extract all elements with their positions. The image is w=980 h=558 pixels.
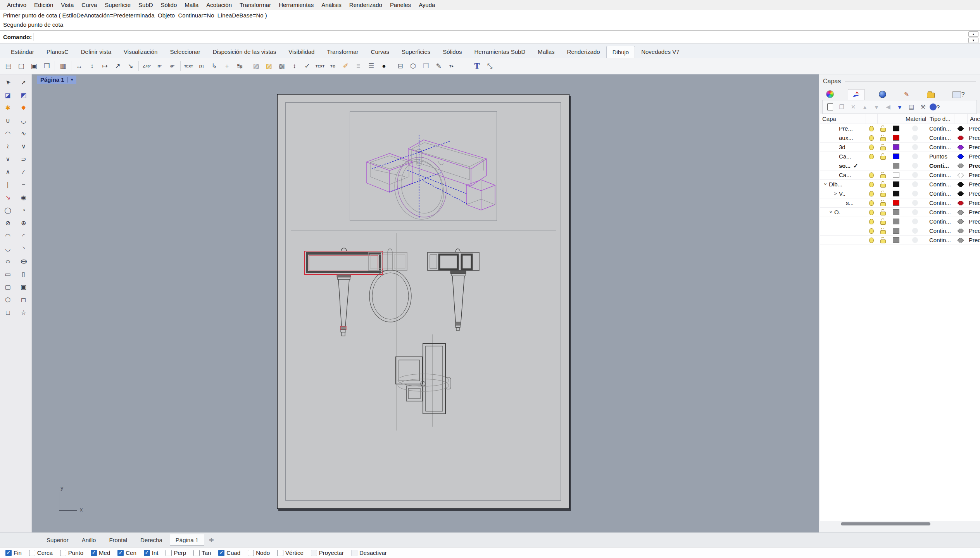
layer-linetype[interactable]: Contin... (927, 181, 954, 188)
menu-item[interactable]: Archivo (3, 1, 30, 9)
layer-print-color-icon[interactable] (958, 164, 964, 168)
chevron-down-icon[interactable]: ▼ (67, 77, 76, 83)
layer-color-swatch[interactable] (893, 191, 899, 196)
osnap-toggle[interactable]: Nodo (248, 549, 270, 556)
rectangle-3pt-icon[interactable]: ▯ (16, 268, 32, 281)
layer-print-color-icon[interactable] (958, 191, 964, 196)
hatch-gray-icon[interactable]: ▨ (250, 60, 262, 72)
leader-icon[interactable]: ↳ (208, 60, 220, 72)
arc-3pt-icon[interactable]: ◡ (0, 242, 16, 255)
copy-layer-icon[interactable]: ❐ (837, 102, 847, 112)
dim-edit-icon[interactable]: ↕ (288, 60, 300, 72)
ribbon-tab[interactable]: Visualización (117, 45, 164, 58)
new-layer-icon[interactable] (825, 102, 835, 112)
layer-expander-icon[interactable]: > (833, 191, 838, 196)
layer-row[interactable]: Ca... ✓ Contin... Pred (820, 170, 980, 180)
column-print-color[interactable] (954, 114, 967, 124)
sphere-black-icon[interactable]: ● (378, 60, 390, 72)
dim-check-icon[interactable]: ✓ (301, 60, 313, 72)
osnap-toggle[interactable]: Cuad (218, 549, 240, 556)
text-dot-icon[interactable]: T● (445, 60, 457, 72)
ribbon-tab[interactable]: Disposición de las vistas (207, 45, 282, 58)
ribbon-tab[interactable]: Herramientas SubD (468, 45, 532, 58)
layer-visibility-bulb-icon[interactable] (869, 200, 874, 206)
layer-visibility-bulb-icon[interactable] (869, 145, 874, 150)
separator[interactable] (179, 61, 182, 72)
layer-color-swatch[interactable] (893, 135, 899, 141)
layer-linetype[interactable]: Contin... (927, 227, 954, 234)
move-up-icon[interactable]: ▲ (860, 102, 870, 112)
control-points-curve-icon[interactable]: ∪ (0, 114, 16, 127)
viewport-tab[interactable]: Derecha (135, 534, 168, 546)
layer-lock-icon[interactable] (880, 230, 886, 234)
layer-material-icon[interactable] (912, 209, 918, 215)
layer-print-width[interactable]: Pred (967, 227, 980, 234)
move-down-icon[interactable]: ▼ (871, 102, 882, 112)
osnap-toggle[interactable]: Perp (166, 549, 186, 556)
layer-linetype[interactable]: Contin... (927, 144, 954, 150)
layer-visibility-bulb-icon[interactable] (869, 126, 874, 131)
layer-linetype[interactable]: Conti... (927, 162, 954, 169)
square-icon[interactable]: □ (0, 306, 16, 319)
layer-visibility-bulb-icon[interactable] (869, 154, 874, 159)
layout-insert-icon[interactable]: ▣ (28, 60, 40, 72)
checkbox-icon[interactable] (5, 550, 12, 556)
ribbon-tab[interactable]: Dibujo (606, 46, 635, 58)
separator[interactable] (137, 61, 140, 72)
layer-color-swatch[interactable] (893, 228, 899, 234)
star-icon[interactable]: ☆ (16, 306, 32, 319)
layer-row[interactable]: so... ✓ Conti... Pred (820, 161, 980, 170)
menu-item[interactable]: Superficie (101, 1, 135, 9)
layer-material-icon[interactable] (912, 219, 918, 224)
folder-icon[interactable] (923, 91, 939, 100)
ribbon-tab[interactable]: Definir vista (75, 45, 117, 58)
osnap-toggle[interactable]: Punto (60, 549, 83, 556)
scroll-down-button[interactable]: ▼ (968, 38, 978, 43)
gear-icon[interactable]: ⚙ (978, 89, 980, 100)
layer-lock-icon[interactable] (880, 146, 886, 150)
v-curve-icon[interactable]: ∨ (0, 153, 16, 165)
menu-item[interactable]: Curva (78, 1, 101, 9)
render-sphere-icon[interactable] (875, 89, 890, 100)
layer-row[interactable]: ˅ O. ✓ Contin... Pred (820, 208, 980, 217)
layer-material-icon[interactable] (912, 126, 918, 131)
layer-material-icon[interactable] (912, 181, 918, 187)
layer-row[interactable]: ˅ Dib... ✓ Contin... Pred (820, 180, 980, 189)
centermark-icon[interactable]: + (221, 60, 233, 72)
layer-row[interactable]: > V.. ✓ Contin... Pred (820, 189, 980, 198)
layer-color-swatch[interactable] (893, 163, 899, 169)
layer-print-color-icon[interactable] (958, 136, 964, 140)
layer-lock-icon[interactable] (880, 193, 886, 197)
layer-print-width[interactable]: Pred (967, 200, 980, 206)
layer-visibility-bulb-icon[interactable] (869, 182, 874, 187)
menu-item[interactable]: Edición (30, 1, 57, 9)
polyline-icon[interactable]: ∧ (0, 165, 16, 178)
scroll-up-button[interactable]: ▲ (968, 31, 978, 37)
detail-view-ortho[interactable] (291, 231, 556, 433)
polygon-icon[interactable]: ⬡ (0, 293, 16, 306)
layer-material-icon[interactable] (912, 153, 918, 159)
add-viewport-icon[interactable]: ✚ (206, 535, 217, 545)
menu-item[interactable]: SubD (135, 1, 157, 9)
checkbox-icon[interactable] (311, 550, 317, 556)
osnap-toggle[interactable]: Fin (5, 549, 22, 556)
checkbox-icon[interactable] (351, 550, 357, 556)
viewport-tab[interactable]: Anillo (76, 534, 102, 546)
layer-row[interactable]: 3d ✓ Contin... Pred (820, 143, 980, 152)
layer-visibility-bulb-icon[interactable] (869, 191, 874, 196)
checkbox-icon[interactable] (29, 550, 35, 556)
layer-print-width[interactable]: Pred (967, 162, 980, 169)
column-capa[interactable]: Capa (820, 114, 866, 124)
separator[interactable] (53, 61, 56, 72)
menu-item[interactable]: Herramientas (275, 1, 317, 9)
menu-item[interactable]: Transformar (236, 1, 275, 9)
layer-print-width[interactable]: Pred (967, 209, 980, 215)
detail-sheet-icon[interactable]: ▥ (57, 60, 69, 72)
dim-rotated-icon[interactable]: ↘ (124, 60, 136, 72)
layer-print-color-icon[interactable] (958, 173, 964, 177)
line-vertical-icon[interactable]: ∣ (0, 178, 16, 191)
parabola-icon[interactable]: ∨ (16, 140, 32, 153)
layer-linetype[interactable]: Contin... (927, 134, 954, 141)
layout-grid-icon[interactable]: ▤ (2, 60, 14, 72)
layer-color-swatch[interactable] (893, 237, 899, 243)
